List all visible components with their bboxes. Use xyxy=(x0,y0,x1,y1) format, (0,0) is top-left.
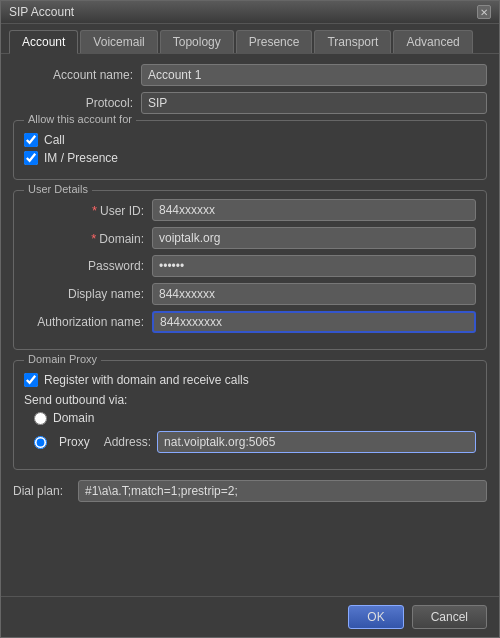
register-checkbox[interactable] xyxy=(24,373,38,387)
dial-plan-input[interactable] xyxy=(78,480,487,502)
close-button[interactable]: ✕ xyxy=(477,5,491,19)
proxy-radio-label: Proxy xyxy=(59,435,90,449)
allow-group: Allow this account for Call IM / Presenc… xyxy=(13,120,487,180)
tab-topology[interactable]: Topology xyxy=(160,30,234,53)
tab-bar: Account Voicemail Topology Presence Tran… xyxy=(1,24,499,54)
im-presence-checkbox[interactable] xyxy=(24,151,38,165)
tab-transport[interactable]: Transport xyxy=(314,30,391,53)
window-title: SIP Account xyxy=(9,5,74,19)
auth-name-label: Authorization name: xyxy=(24,315,144,329)
domain-proxy-group: Domain Proxy Register with domain and re… xyxy=(13,360,487,470)
main-content: Account name: Protocol: Allow this accou… xyxy=(1,54,499,596)
allow-group-title: Allow this account for xyxy=(24,113,136,125)
password-label: Password: xyxy=(24,259,144,273)
proxy-address-input[interactable] xyxy=(157,431,476,453)
domain-required-star: * xyxy=(91,231,96,246)
proxy-radio[interactable] xyxy=(34,436,47,449)
domain-input[interactable] xyxy=(152,227,476,249)
proxy-radio-row: Proxy Address: xyxy=(24,431,476,453)
protocol-label: Protocol: xyxy=(13,96,133,110)
password-row: Password: xyxy=(24,255,476,277)
call-checkbox[interactable] xyxy=(24,133,38,147)
call-checkbox-row: Call xyxy=(24,133,476,147)
user-details-group: User Details *User ID: *Domain: Password… xyxy=(13,190,487,350)
cancel-button[interactable]: Cancel xyxy=(412,605,487,629)
domain-label: *Domain: xyxy=(24,231,144,246)
user-id-row: *User ID: xyxy=(24,199,476,221)
account-name-label: Account name: xyxy=(13,68,133,82)
titlebar: SIP Account ✕ xyxy=(1,1,499,24)
domain-row: *Domain: xyxy=(24,227,476,249)
auth-name-input[interactable] xyxy=(152,311,476,333)
call-label: Call xyxy=(44,133,65,147)
im-presence-label: IM / Presence xyxy=(44,151,118,165)
display-name-label: Display name: xyxy=(24,287,144,301)
protocol-input[interactable] xyxy=(141,92,487,114)
footer: OK Cancel xyxy=(1,596,499,637)
tab-presence[interactable]: Presence xyxy=(236,30,313,53)
domain-radio-row: Domain xyxy=(24,411,476,425)
dial-plan-label: Dial plan: xyxy=(13,484,78,498)
register-label: Register with domain and receive calls xyxy=(44,373,249,387)
domain-radio-label: Domain xyxy=(53,411,94,425)
send-outbound-label: Send outbound via: xyxy=(24,393,476,407)
display-name-row: Display name: xyxy=(24,283,476,305)
user-id-input[interactable] xyxy=(152,199,476,221)
domain-radio[interactable] xyxy=(34,412,47,425)
auth-name-row: Authorization name: xyxy=(24,311,476,333)
user-details-title: User Details xyxy=(24,183,92,195)
tab-account[interactable]: Account xyxy=(9,30,78,54)
account-name-row: Account name: xyxy=(13,64,487,86)
tab-voicemail[interactable]: Voicemail xyxy=(80,30,157,53)
im-presence-checkbox-row: IM / Presence xyxy=(24,151,476,165)
protocol-row: Protocol: xyxy=(13,92,487,114)
ok-button[interactable]: OK xyxy=(348,605,403,629)
password-input[interactable] xyxy=(152,255,476,277)
account-name-input[interactable] xyxy=(141,64,487,86)
domain-proxy-title: Domain Proxy xyxy=(24,353,101,365)
display-name-input[interactable] xyxy=(152,283,476,305)
register-checkbox-row: Register with domain and receive calls xyxy=(24,373,476,387)
tab-advanced[interactable]: Advanced xyxy=(393,30,472,53)
dial-plan-row: Dial plan: xyxy=(13,480,487,502)
sip-account-window: SIP Account ✕ Account Voicemail Topology… xyxy=(0,0,500,638)
address-label: Address: xyxy=(104,435,151,449)
user-id-label: *User ID: xyxy=(24,203,144,218)
user-id-required-star: * xyxy=(92,203,97,218)
